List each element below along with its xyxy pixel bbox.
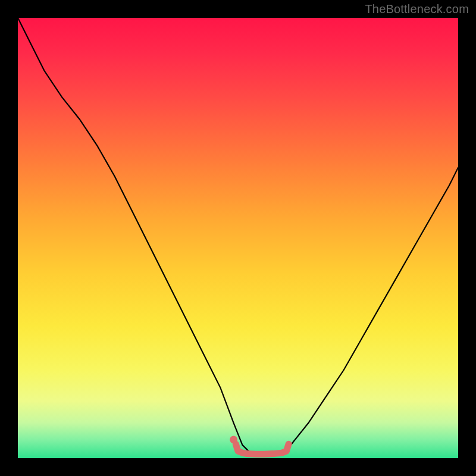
chart-svg [18,18,458,458]
bottleneck-curve [18,18,458,454]
plot-area [18,18,458,458]
flat-zone-dot [230,436,237,443]
watermark-text: TheBottleneck.com [365,2,469,16]
chart-frame: TheBottleneck.com [0,0,476,476]
